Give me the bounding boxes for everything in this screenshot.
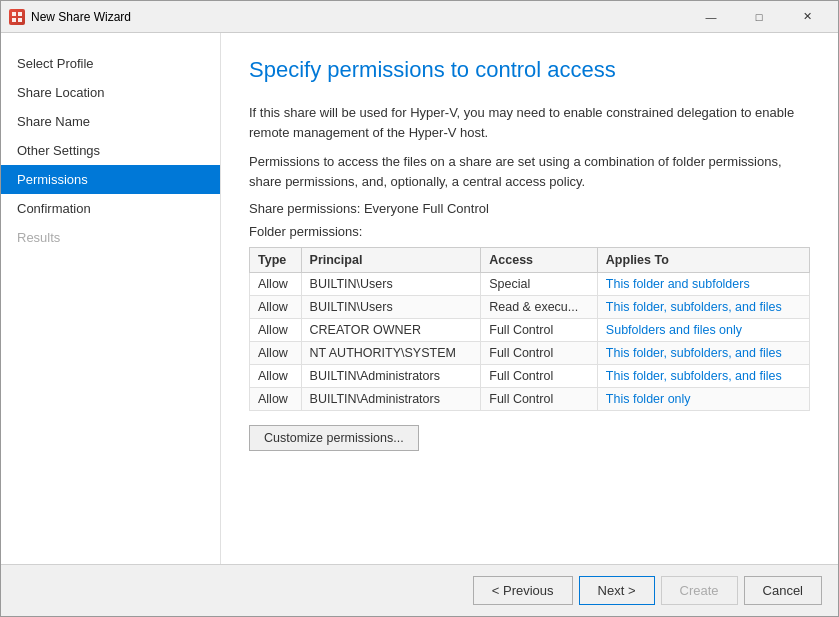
col-header-applies-to: Applies To	[597, 248, 809, 273]
next-button[interactable]: Next >	[579, 576, 655, 605]
col-header-type: Type	[250, 248, 302, 273]
customize-permissions-button[interactable]: Customize permissions...	[249, 425, 419, 451]
sidebar-item-permissions[interactable]: Permissions	[1, 165, 220, 194]
table-row[interactable]: AllowBUILTIN\AdministratorsFull ControlT…	[250, 388, 810, 411]
cell-applies-to: This folder and subfolders	[597, 273, 809, 296]
cell-applies-to: Subfolders and files only	[597, 319, 809, 342]
maximize-button[interactable]: □	[736, 1, 782, 33]
wizard-window: New Share Wizard — □ ✕ Select Profile Sh…	[0, 0, 839, 617]
cell-type: Allow	[250, 319, 302, 342]
cell-principal: BUILTIN\Users	[301, 273, 481, 296]
cell-type: Allow	[250, 273, 302, 296]
sidebar: Select Profile Share Location Share Name…	[1, 33, 221, 564]
window-controls: — □ ✕	[688, 1, 830, 33]
sidebar-item-share-location[interactable]: Share Location	[1, 78, 220, 107]
cell-type: Allow	[250, 296, 302, 319]
title-bar: New Share Wizard — □ ✕	[1, 1, 838, 33]
content-area: Select Profile Share Location Share Name…	[1, 33, 838, 564]
cell-applies-to: This folder, subfolders, and files	[597, 365, 809, 388]
cancel-button[interactable]: Cancel	[744, 576, 822, 605]
cell-access: Full Control	[481, 319, 598, 342]
cell-principal: CREATOR OWNER	[301, 319, 481, 342]
col-header-access: Access	[481, 248, 598, 273]
cell-type: Allow	[250, 365, 302, 388]
minimize-button[interactable]: —	[688, 1, 734, 33]
cell-type: Allow	[250, 342, 302, 365]
sidebar-item-other-settings[interactable]: Other Settings	[1, 136, 220, 165]
create-button: Create	[661, 576, 738, 605]
table-row[interactable]: AllowBUILTIN\UsersSpecialThis folder and…	[250, 273, 810, 296]
cell-access: Special	[481, 273, 598, 296]
sidebar-item-results: Results	[1, 223, 220, 252]
wizard-footer: < Previous Next > Create Cancel	[1, 564, 838, 616]
svg-rect-2	[12, 18, 16, 22]
folder-perms-label: Folder permissions:	[249, 224, 810, 239]
previous-button[interactable]: < Previous	[473, 576, 573, 605]
cell-access: Full Control	[481, 388, 598, 411]
cell-access: Read & execu...	[481, 296, 598, 319]
table-row[interactable]: AllowCREATOR OWNERFull ControlSubfolders…	[250, 319, 810, 342]
permissions-table: Type Principal Access Applies To AllowBU…	[249, 247, 810, 411]
cell-applies-to: This folder only	[597, 388, 809, 411]
share-perms-label: Share permissions: Everyone Full Control	[249, 201, 810, 216]
cell-principal: BUILTIN\Administrators	[301, 388, 481, 411]
table-row[interactable]: AllowBUILTIN\AdministratorsFull ControlT…	[250, 365, 810, 388]
description-1: If this share will be used for Hyper-V, …	[249, 103, 810, 142]
cell-principal: BUILTIN\Administrators	[301, 365, 481, 388]
sidebar-item-select-profile[interactable]: Select Profile	[1, 49, 220, 78]
page-title: Specify permissions to control access	[249, 57, 810, 83]
close-button[interactable]: ✕	[784, 1, 830, 33]
description-2: Permissions to access the files on a sha…	[249, 152, 810, 191]
svg-rect-3	[18, 18, 22, 22]
cell-type: Allow	[250, 388, 302, 411]
cell-principal: NT AUTHORITY\SYSTEM	[301, 342, 481, 365]
svg-rect-1	[18, 12, 22, 16]
cell-applies-to: This folder, subfolders, and files	[597, 342, 809, 365]
window-title: New Share Wizard	[31, 10, 688, 24]
svg-rect-0	[12, 12, 16, 16]
main-content: Specify permissions to control access If…	[221, 33, 838, 564]
col-header-principal: Principal	[301, 248, 481, 273]
table-row[interactable]: AllowNT AUTHORITY\SYSTEMFull ControlThis…	[250, 342, 810, 365]
sidebar-item-confirmation[interactable]: Confirmation	[1, 194, 220, 223]
sidebar-item-share-name[interactable]: Share Name	[1, 107, 220, 136]
app-icon	[9, 9, 25, 25]
cell-access: Full Control	[481, 365, 598, 388]
table-row[interactable]: AllowBUILTIN\UsersRead & execu...This fo…	[250, 296, 810, 319]
cell-principal: BUILTIN\Users	[301, 296, 481, 319]
cell-access: Full Control	[481, 342, 598, 365]
cell-applies-to: This folder, subfolders, and files	[597, 296, 809, 319]
